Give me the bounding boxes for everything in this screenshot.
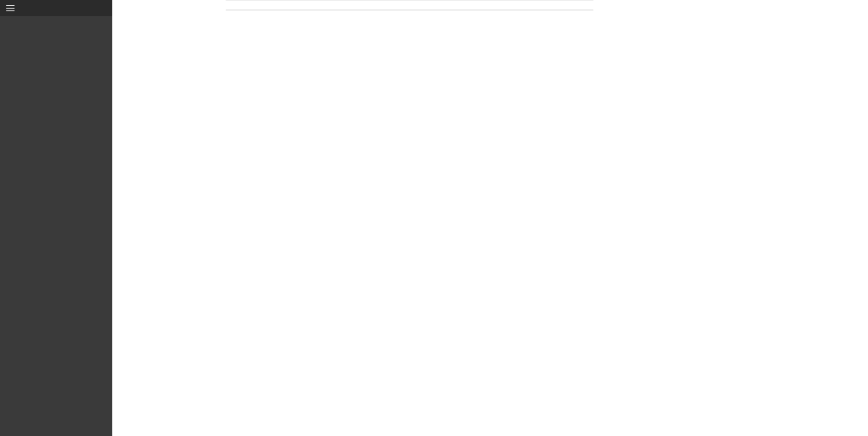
svg-rect-0 [6,5,14,6]
main-content [112,0,868,436]
svg-rect-1 [6,8,14,9]
client-group [226,0,593,0]
svg-rect-2 [6,10,14,11]
sidebar [0,0,112,436]
server-group-riemann [226,10,593,10]
sidebar-list [0,16,112,436]
menu-icon[interactable] [6,5,14,11]
sidebar-header [0,0,112,16]
